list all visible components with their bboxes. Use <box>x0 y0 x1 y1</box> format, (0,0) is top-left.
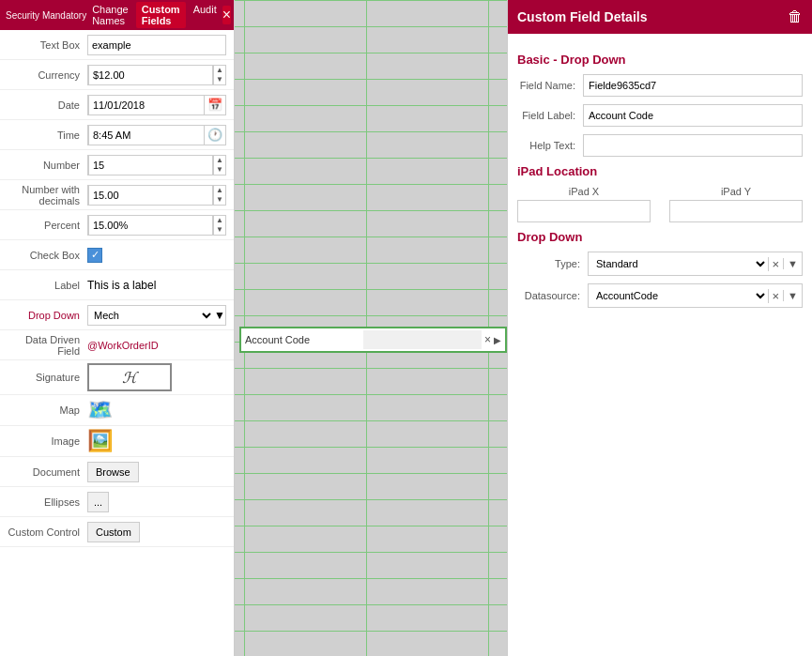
ipad-y-label: iPad Y <box>721 186 751 197</box>
number-spinner: ▲ ▼ <box>87 155 226 175</box>
type-label-text: Type: <box>517 258 588 269</box>
signature-row: Signature ℋ <box>0 360 234 395</box>
number-decimal-control: ▲ ▼ <box>87 185 226 206</box>
help-text-row: Help Text: <box>517 134 803 157</box>
map-row: Map 🗺️ <box>0 395 234 426</box>
type-row: Type: Standard × ▼ <box>517 252 803 276</box>
time-input[interactable] <box>88 125 205 145</box>
ellipses-button[interactable]: ... <box>87 492 109 512</box>
trash-button[interactable]: 🗑 <box>788 8 803 25</box>
field-label-input[interactable] <box>583 104 803 127</box>
label-value: This is a label <box>87 279 156 292</box>
text-box-row: Text Box <box>0 30 234 60</box>
currency-down-arrow[interactable]: ▼ <box>214 75 225 84</box>
signature-label: Signature <box>8 372 87 383</box>
number-down-arrow[interactable]: ▼ <box>214 165 225 175</box>
account-code-canvas-value[interactable] <box>363 330 482 349</box>
number-decimal-arrows: ▲ ▼ <box>213 186 225 205</box>
signature-control: ℋ <box>87 363 226 391</box>
browse-button[interactable]: Browse <box>87 462 139 482</box>
field-name-input[interactable] <box>583 74 803 97</box>
number-up-arrow[interactable]: ▲ <box>214 156 225 165</box>
date-control: 📅 <box>87 95 226 115</box>
type-select[interactable]: Standard <box>589 257 768 270</box>
account-code-arrow-icon[interactable]: ▶ <box>494 335 501 345</box>
percent-down-arrow[interactable]: ▼ <box>214 225 225 235</box>
checkbox-label: Check Box <box>8 250 87 261</box>
type-clear-icon[interactable]: × <box>768 257 784 271</box>
number-decimal-up-arrow[interactable]: ▲ <box>214 186 225 195</box>
time-label: Time <box>8 130 87 141</box>
text-box-label: Text Box <box>8 39 87 51</box>
number-decimal-input[interactable] <box>88 185 213 206</box>
left-panel: Security Mandatory Change Names Custom F… <box>0 0 235 656</box>
percent-arrows: ▲ ▼ <box>213 216 225 235</box>
number-input[interactable] <box>88 155 213 175</box>
number-row: Number ▲ ▼ <box>0 150 234 180</box>
right-panel: Custom Field Details 🗑 Basic - Drop Down… <box>507 0 812 656</box>
tab-audit[interactable]: Audit <box>188 2 222 28</box>
datasource-clear-icon[interactable]: × <box>768 289 784 303</box>
currency-label: Currency <box>8 69 87 81</box>
custom-control-control: Custom <box>87 522 226 542</box>
basic-section-title: Basic - Drop Down <box>517 53 803 67</box>
right-panel-body: Basic - Drop Down Field Name: Field Labe… <box>508 34 812 325</box>
custom-control-label: Custom Control <box>8 526 87 538</box>
ellipses-row: Ellipses ... <box>0 487 234 517</box>
dropdown-select[interactable]: Mech <box>88 309 214 322</box>
dropdown-control: Mech ▼ <box>87 305 226 326</box>
ipad-y-col: iPad Y <box>669 186 803 222</box>
datasource-row: Datasource: AccountCode × ▼ <box>517 283 803 308</box>
dropdown-row: Drop Down Mech ▼ <box>0 300 234 330</box>
type-dropdown-arrow[interactable]: ▼ <box>783 258 802 269</box>
field-label-label-text: Field Label: <box>517 110 583 121</box>
percent-up-arrow[interactable]: ▲ <box>214 216 225 225</box>
ipad-x-col: iPad X <box>517 186 651 222</box>
security-tab-label: Security Mandatory <box>6 10 86 21</box>
currency-input[interactable] <box>88 65 213 85</box>
checkbox-input[interactable]: ✓ <box>87 248 102 263</box>
dropdown-wrap: Mech ▼ <box>87 305 226 326</box>
help-text-label-text: Help Text: <box>517 140 583 151</box>
field-name-label-text: Field Name: <box>517 80 583 91</box>
signature-box[interactable]: ℋ <box>87 363 172 391</box>
datasource-dropdown-arrow[interactable]: ▼ <box>783 290 802 301</box>
tab-custom-fields[interactable]: Custom Fields <box>136 2 186 28</box>
number-decimal-down-arrow[interactable]: ▼ <box>214 195 225 205</box>
map-control: 🗺️ <box>87 398 226 422</box>
close-button[interactable]: × <box>222 6 231 24</box>
account-code-canvas-label: Account Code <box>245 334 363 345</box>
ipad-y-input[interactable] <box>669 200 803 222</box>
number-arrows: ▲ ▼ <box>213 156 225 175</box>
calendar-icon[interactable]: 📅 <box>205 98 225 112</box>
clock-icon[interactable]: 🕐 <box>205 128 225 142</box>
time-wrap: 🕐 <box>87 125 226 145</box>
ellipses-label: Ellipses <box>8 496 87 508</box>
currency-arrows: ▲ ▼ <box>213 66 225 84</box>
dropdown-arrow-icon[interactable]: ▼ <box>214 309 225 322</box>
custom-button[interactable]: Custom <box>87 522 140 542</box>
help-text-input[interactable] <box>583 134 803 157</box>
document-control: Browse <box>87 462 226 482</box>
field-label-row: Field Label: <box>517 104 803 127</box>
currency-up-arrow[interactable]: ▲ <box>214 66 225 75</box>
image-control: 🖼️ <box>87 429 226 453</box>
data-driven-value: @WorkOrderID <box>87 340 159 351</box>
account-code-close-icon[interactable]: × <box>482 333 494 346</box>
document-row: Document Browse <box>0 457 234 487</box>
image-icon[interactable]: 🖼️ <box>87 429 113 452</box>
datasource-select[interactable]: AccountCode <box>589 289 768 302</box>
tab-change-names[interactable]: Change Names <box>86 2 134 28</box>
image-row: Image 🖼️ <box>0 426 234 457</box>
ipad-row: iPad X iPad Y <box>517 186 803 222</box>
date-row: Date 📅 <box>0 90 234 120</box>
date-input[interactable] <box>88 95 205 115</box>
percent-input[interactable] <box>88 215 213 236</box>
custom-control-row: Custom Control Custom <box>0 517 234 547</box>
dropdown-label: Drop Down <box>8 310 87 321</box>
map-icon[interactable]: 🗺️ <box>87 398 113 421</box>
ipad-x-input[interactable] <box>517 200 651 222</box>
text-box-input[interactable] <box>87 35 226 55</box>
checkbox-row: Check Box ✓ <box>0 240 234 270</box>
account-code-canvas-field: Account Code × ▶ <box>239 327 507 353</box>
